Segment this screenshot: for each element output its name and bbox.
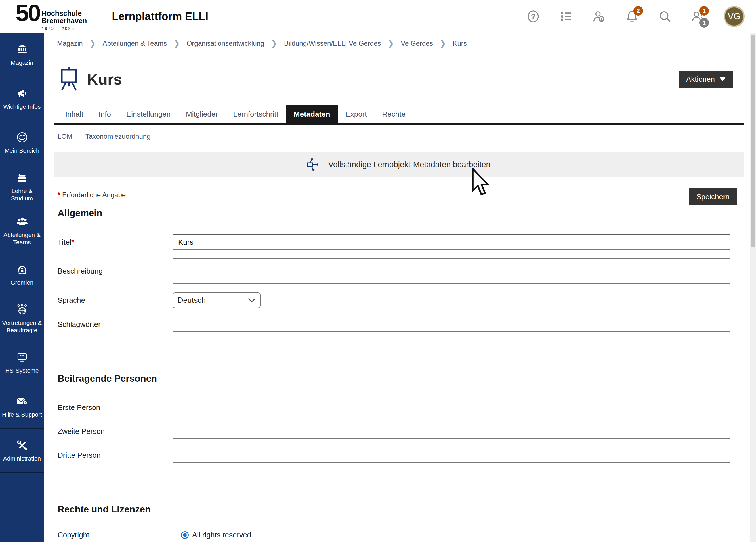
subtab-bar: LOM Taxonomiezuordnung bbox=[54, 133, 744, 140]
actions-button[interactable]: Aktionen bbox=[679, 71, 733, 88]
tab-mitglieder[interactable]: Mitglieder bbox=[178, 105, 226, 123]
tab-inhalt[interactable]: Inhalt bbox=[58, 105, 91, 123]
dritte-person-input[interactable] bbox=[173, 448, 730, 463]
people-group-icon bbox=[16, 216, 28, 229]
megaphone-icon bbox=[16, 87, 28, 100]
form-row-schlagwoerter: Schlagwörter bbox=[58, 317, 730, 332]
sidebar-item-administration[interactable]: Administration bbox=[0, 429, 44, 473]
caret-down-icon bbox=[719, 77, 726, 81]
beschreibung-textarea[interactable] bbox=[173, 258, 730, 284]
sidebar-item-label: Magazin bbox=[11, 59, 33, 66]
tab-lernfortschritt[interactable]: Lernfortschritt bbox=[226, 105, 286, 123]
page-title: Kurs bbox=[87, 70, 122, 88]
section-title-beitragende: Beitragende Personen bbox=[58, 373, 730, 384]
logo-years: 1975 – 2025 bbox=[41, 26, 87, 31]
svg-text:?: ? bbox=[531, 12, 535, 21]
breadcrumb-item[interactable]: Abteilungen & Teams bbox=[103, 39, 167, 47]
field-label: Zweite Person bbox=[58, 427, 173, 436]
form-row-beschreibung: Beschreibung bbox=[58, 258, 730, 284]
sidebar-item-label: Gremien bbox=[11, 279, 33, 286]
chevron-right-icon: ❯ bbox=[440, 39, 446, 48]
list-icon[interactable] bbox=[559, 9, 573, 24]
section-title-allgemein: Allgemein bbox=[58, 208, 730, 219]
monitor-icon: *** bbox=[16, 351, 28, 364]
selected-language: Deutsch bbox=[178, 296, 206, 305]
titel-input[interactable] bbox=[173, 234, 730, 250]
chevron-down-icon bbox=[248, 298, 255, 302]
tab-metadaten[interactable]: Metadaten bbox=[286, 105, 338, 123]
form-row-zweite-person: Zweite Person bbox=[58, 424, 730, 439]
chevron-right-icon: ❯ bbox=[271, 39, 277, 48]
contacts-icon[interactable]: 1 1 bbox=[691, 9, 705, 24]
chevron-right-icon: ❯ bbox=[388, 39, 394, 48]
form-row-sprache: Sprache Deutsch bbox=[58, 292, 730, 308]
breadcrumb-item[interactable]: Kurs bbox=[453, 39, 467, 47]
copyright-radio[interactable] bbox=[181, 531, 189, 539]
avatar[interactable]: VG bbox=[724, 6, 745, 27]
svg-text:?: ? bbox=[24, 401, 26, 404]
sidebar-item-vertretungen-beauftragte[interactable]: Vertretungen & Beauftragte bbox=[0, 297, 44, 341]
schlagwoerter-input[interactable] bbox=[173, 317, 730, 332]
subtab-lom[interactable]: LOM bbox=[58, 133, 72, 140]
contacts-badge-bottom: 1 bbox=[699, 18, 709, 28]
sidebar-item-gremien[interactable]: Gremien bbox=[0, 253, 44, 297]
help-icon[interactable]: ? bbox=[526, 9, 540, 24]
sidebar-item-label: Wichtige Infos bbox=[3, 103, 41, 110]
sidebar-item-label: Vertretungen & Beauftragte bbox=[1, 319, 43, 334]
required-star: * bbox=[58, 191, 60, 199]
breadcrumb-item[interactable]: Ve Gerdes bbox=[401, 39, 433, 47]
field-label: Erste Person bbox=[58, 403, 173, 412]
field-label: Titel* bbox=[58, 238, 173, 247]
sidebar-item-magazin[interactable]: Magazin bbox=[0, 33, 44, 77]
logo-50-text: 50 bbox=[16, 2, 40, 24]
field-label: Dritte Person bbox=[58, 451, 173, 460]
sprache-select[interactable]: Deutsch bbox=[173, 292, 261, 308]
app-title: Lernplattform ELLI bbox=[112, 10, 208, 23]
assembly-icon bbox=[16, 263, 28, 276]
notifications-bell-icon[interactable]: 2 bbox=[625, 9, 639, 24]
breadcrumb: Magazin ❯ Abteilungen & Teams ❯ Organisa… bbox=[44, 33, 750, 54]
globe-people-icon bbox=[16, 304, 28, 317]
form-row-titel: Titel* bbox=[58, 234, 730, 250]
sidebar-item-hs-systeme[interactable]: *** HS-Systeme bbox=[0, 341, 44, 385]
books-icon bbox=[16, 172, 28, 185]
tab-rechte[interactable]: Rechte bbox=[375, 105, 413, 123]
form-row-copyright: Copyright All rights reserved bbox=[58, 531, 730, 539]
svg-text:***: *** bbox=[20, 354, 24, 358]
chevron-right-icon: ❯ bbox=[90, 39, 96, 48]
sidebar-item-lehre-studium[interactable]: Lehre & Studium bbox=[0, 165, 44, 209]
contacts-badge-top: 1 bbox=[699, 6, 709, 16]
main-content: Magazin ❯ Abteilungen & Teams ❯ Organisa… bbox=[44, 33, 750, 542]
breadcrumb-item[interactable]: Magazin bbox=[57, 39, 83, 47]
breadcrumb-item[interactable]: Bildung/Wissen/ELLI Ve Gerdes bbox=[284, 39, 381, 47]
section-divider bbox=[58, 477, 730, 477]
user-alert-icon[interactable]: ! bbox=[592, 9, 606, 24]
sidebar-item-mein-bereich[interactable]: Mein Bereich bbox=[0, 121, 44, 165]
field-label: Sprache bbox=[58, 296, 173, 305]
save-button[interactable]: Speichern bbox=[689, 188, 737, 205]
search-icon[interactable] bbox=[658, 9, 672, 24]
sidebar-item-wichtige-infos[interactable]: Wichtige Infos bbox=[0, 77, 44, 121]
erste-person-input[interactable] bbox=[173, 400, 730, 415]
sidebar-item-hilfe-support[interactable]: ? Hilfe & Support bbox=[0, 385, 44, 429]
edit-full-metadata-banner[interactable]: Vollständige Lernobjekt-Metadaten bearbe… bbox=[54, 152, 744, 177]
tab-bar: Inhalt Info Einstellungen Mitglieder Ler… bbox=[54, 105, 744, 125]
smiley-icon bbox=[16, 131, 28, 144]
bank-icon bbox=[16, 43, 28, 56]
tab-export[interactable]: Export bbox=[338, 105, 374, 123]
scrollbar-thumb[interactable] bbox=[751, 35, 755, 247]
field-label: Schlagwörter bbox=[58, 320, 173, 329]
field-label: Beschreibung bbox=[58, 267, 173, 276]
breadcrumb-item[interactable]: Organisationsentwicklung bbox=[187, 39, 264, 47]
tab-einstellungen[interactable]: Einstellungen bbox=[119, 105, 178, 123]
zweite-person-input[interactable] bbox=[173, 424, 730, 439]
header: 50 Hochschule Bremerhaven 1975 – 2025 Le… bbox=[0, 0, 756, 33]
logo-line1: Hochschule bbox=[41, 10, 87, 17]
form-row-dritte-person: Dritte Person bbox=[58, 448, 730, 463]
subtab-taxonomiezuordnung[interactable]: Taxonomiezuordnung bbox=[85, 133, 151, 140]
sidebar-item-abteilungen-teams[interactable]: Abteilungen & Teams bbox=[0, 209, 44, 253]
sidebar: Magazin Wichtige Infos Mein Bereich bbox=[0, 33, 44, 542]
university-logo[interactable]: 50 Hochschule Bremerhaven 1975 – 2025 bbox=[16, 2, 87, 31]
sidebar-item-label: Abteilungen & Teams bbox=[1, 231, 43, 246]
tab-info[interactable]: Info bbox=[91, 105, 119, 123]
